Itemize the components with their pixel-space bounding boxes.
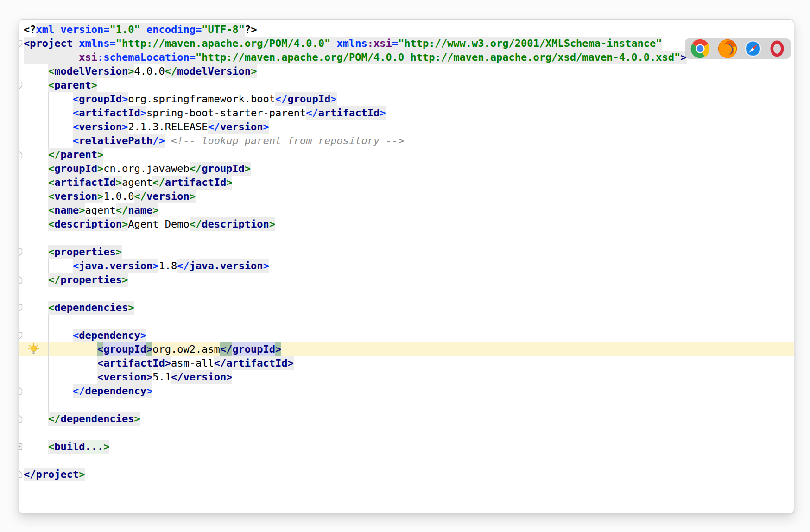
code-lines: <?xml version="1.0" encoding="UTF-8"?><p… xyxy=(19,23,794,481)
code-token xyxy=(330,37,336,51)
code-line[interactable]: <version>2.1.3.RELEASE</version> xyxy=(19,120,794,134)
fold-marker-expanded-top[interactable] xyxy=(19,304,23,312)
code-token: </ xyxy=(48,273,61,287)
firefox-icon[interactable] xyxy=(717,38,738,59)
code-token: groupId xyxy=(202,162,245,176)
code-line[interactable] xyxy=(19,398,794,412)
chrome-icon[interactable] xyxy=(690,38,710,59)
code-token: </ xyxy=(73,384,85,398)
code-token: "UTF-8" xyxy=(202,23,245,37)
code-line[interactable] xyxy=(19,426,794,440)
code-token: > xyxy=(190,190,196,203)
code-line[interactable]: </properties> xyxy=(19,273,794,287)
fold-marker-expanded-bottom[interactable] xyxy=(19,387,23,395)
code-token: < xyxy=(73,92,79,106)
fold-marker-expanded-top[interactable] xyxy=(19,248,23,256)
safari-icon[interactable] xyxy=(744,40,762,57)
code-line[interactable]: <groupId>cn.org.javaweb</groupId> xyxy=(19,162,794,176)
code-token: > xyxy=(128,64,134,78)
code-token xyxy=(24,245,48,259)
code-line[interactable]: <java.version>1.8</java.version> xyxy=(19,259,794,273)
code-token: > xyxy=(128,301,134,315)
code-line[interactable]: <project xmlns="http://maven.apache.org/… xyxy=(19,37,794,51)
code-line[interactable]: </parent> xyxy=(19,148,794,162)
code-token: > xyxy=(91,78,97,92)
code-token: </ xyxy=(165,64,177,78)
code-token: "http://www.w3.org/2001/XMLSchema-instan… xyxy=(398,37,662,51)
code-token: < xyxy=(73,120,79,134)
code-token: > xyxy=(330,92,336,106)
code-token: < xyxy=(48,217,54,231)
fold-marker-expanded-bottom[interactable] xyxy=(19,470,23,479)
code-line[interactable]: </dependencies> xyxy=(19,412,794,426)
indent-guide xyxy=(48,92,49,148)
fold-marker-expanded-top[interactable] xyxy=(19,81,23,89)
code-line[interactable]: <name>agent</name> xyxy=(19,203,794,217)
code-line[interactable]: <parent> xyxy=(19,78,794,92)
code-token: name xyxy=(128,203,152,217)
code-token: </ xyxy=(134,190,146,203)
code-token: > xyxy=(146,384,152,398)
code-token: < xyxy=(48,190,54,203)
opera-icon[interactable] xyxy=(769,40,785,57)
code-token xyxy=(73,37,79,51)
code-token: </ xyxy=(220,342,233,356)
code-token: version xyxy=(61,23,104,37)
code-token: 4.0.0 xyxy=(134,64,165,78)
code-token: < xyxy=(73,106,79,120)
code-line[interactable] xyxy=(19,454,794,468)
fold-marker-collapsed-plus[interactable] xyxy=(19,443,23,451)
fold-marker-expanded-top[interactable] xyxy=(19,331,23,340)
code-line[interactable]: xsi:schemaLocation="http://maven.apache.… xyxy=(19,51,794,64)
code-editor[interactable]: <?xml version="1.0" encoding="UTF-8"?><p… xyxy=(19,20,794,513)
code-token: version xyxy=(103,370,146,384)
code-line[interactable]: <properties> xyxy=(19,245,794,259)
fold-marker-expanded-top[interactable] xyxy=(19,39,23,48)
code-token: < xyxy=(97,342,103,356)
code-line[interactable]: <artifactId>spring-boot-starter-parent</… xyxy=(19,106,794,120)
indent-guide xyxy=(48,259,49,273)
code-line[interactable]: <description>Agent Demo</description> xyxy=(19,217,794,231)
code-token: "1.0" xyxy=(109,23,140,37)
fold-marker-expanded-bottom[interactable] xyxy=(19,151,23,159)
code-token: properties xyxy=(60,273,121,287)
code-token: 5.1 xyxy=(152,370,171,384)
fold-marker-expanded-bottom[interactable] xyxy=(19,276,23,284)
code-token xyxy=(165,134,171,148)
code-line-caret[interactable]: <groupId>org.ow2.asm</groupId> xyxy=(19,342,794,356)
code-line[interactable]: <artifactId>agent</artifactId> xyxy=(19,176,794,190)
code-line[interactable] xyxy=(19,231,794,245)
code-token: </ xyxy=(48,412,61,426)
code-token: > xyxy=(134,412,140,426)
code-line[interactable]: <version>5.1</version> xyxy=(19,370,794,384)
code-token: agent xyxy=(122,176,152,190)
code-line[interactable]: <modelVersion>4.0.0</modelVersion> xyxy=(19,64,794,78)
code-token xyxy=(24,176,48,190)
screenshot-page: <?xml version="1.0" encoding="UTF-8"?><p… xyxy=(0,0,810,532)
fold-marker-expanded-bottom[interactable] xyxy=(19,415,23,423)
code-line[interactable]: <relativePath/> <!-- lookup parent from … xyxy=(19,134,794,148)
code-token: > xyxy=(275,342,281,356)
code-line[interactable]: <?xml version="1.0" encoding="UTF-8"?> xyxy=(19,23,794,37)
code-line[interactable]: <build...> xyxy=(19,440,794,454)
code-line[interactable] xyxy=(19,287,794,301)
code-line[interactable]: </dependency> xyxy=(19,384,794,398)
code-token: > xyxy=(146,342,152,356)
intention-lightbulb-icon[interactable] xyxy=(27,343,40,355)
code-token: xsi xyxy=(79,51,97,64)
code-line[interactable]: <dependencies> xyxy=(19,301,794,315)
code-line[interactable]: <groupId>org.springframework.boot</group… xyxy=(19,92,794,106)
code-token: </ xyxy=(306,106,318,120)
code-token: < xyxy=(48,64,54,78)
code-line[interactable]: <version>1.0.0</version> xyxy=(19,190,794,203)
code-line[interactable]: <artifactId>asm-all</artifactId> xyxy=(19,356,794,370)
code-token: version xyxy=(220,120,263,134)
code-line[interactable]: </project> xyxy=(19,468,794,481)
code-line[interactable] xyxy=(19,315,794,329)
code-token: dependency xyxy=(79,329,140,342)
code-token xyxy=(24,356,97,370)
code-token: java.version xyxy=(79,259,152,273)
code-line[interactable]: <dependency> xyxy=(19,329,794,342)
code-token xyxy=(24,301,48,315)
code-token: < xyxy=(97,370,103,384)
